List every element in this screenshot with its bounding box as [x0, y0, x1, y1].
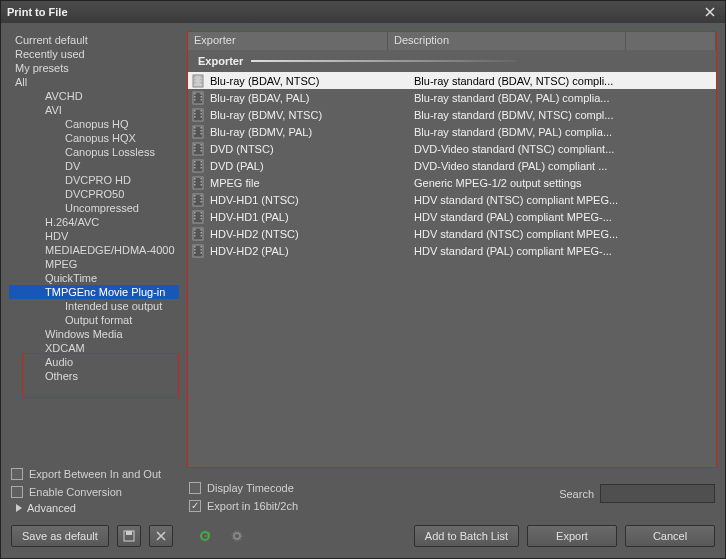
col-exporter[interactable]: Exporter — [188, 32, 388, 50]
row-name: HDV-HD1 (PAL) — [208, 211, 408, 223]
delete-icon-button[interactable] — [149, 525, 173, 547]
row-desc: DVD-Video standard (PAL) compliant ... — [408, 160, 716, 172]
exporter-row[interactable]: HDV-HD1 (PAL)HDV standard (PAL) complian… — [188, 208, 716, 225]
col-tail[interactable] — [626, 32, 716, 50]
svg-rect-25 — [201, 127, 203, 129]
save-default-button[interactable]: Save as default — [11, 525, 109, 547]
exporter-row[interactable]: Blu-ray (BDMV, NTSC)Blu-ray standard (BD… — [188, 106, 716, 123]
col-description[interactable]: Description — [388, 32, 626, 50]
tree-item[interactable]: Windows Media — [9, 327, 179, 341]
refresh-icon-button[interactable] — [193, 525, 217, 547]
tree-item[interactable]: MPEG — [9, 257, 179, 271]
tree-item[interactable]: Canopus HQ — [9, 117, 179, 131]
tree-item[interactable]: Intended use output — [9, 299, 179, 313]
svg-rect-8 — [194, 93, 196, 95]
film-icon — [188, 193, 208, 207]
tree-item[interactable]: DV — [9, 159, 179, 173]
film-icon — [188, 227, 208, 241]
tree-item-label: MEDIAEDGE/HDMA-4000 — [45, 244, 175, 256]
svg-rect-2 — [194, 79, 196, 81]
svg-rect-37 — [194, 164, 196, 166]
exporter-row[interactable]: DVD (PAL)DVD-Video standard (PAL) compli… — [188, 157, 716, 174]
row-name: DVD (PAL) — [208, 160, 408, 172]
tree-item[interactable]: HDV — [9, 229, 179, 243]
tree-item[interactable]: My presets — [9, 61, 179, 75]
exporter-row[interactable]: DVD (NTSC)DVD-Video standard (NTSC) comp… — [188, 140, 716, 157]
tree-item[interactable]: AVCHD — [9, 89, 179, 103]
tree-item[interactable]: Canopus HQX — [9, 131, 179, 145]
tree-item-label: Canopus HQ — [65, 118, 129, 130]
svg-rect-50 — [194, 195, 196, 197]
tree-item[interactable]: H.264/AVC — [9, 215, 179, 229]
exporter-row[interactable]: HDV-HD2 (NTSC)HDV standard (NTSC) compli… — [188, 225, 716, 242]
tree-item[interactable]: Audio — [9, 355, 179, 369]
svg-rect-76 — [201, 252, 203, 254]
exporter-list-panel: Exporter Description Exporter Blu-ray (B… — [187, 31, 717, 468]
chk-label: Display Timecode — [207, 482, 294, 494]
tree-item[interactable]: XDCAM — [9, 341, 179, 355]
advanced-toggle[interactable]: Advanced — [11, 498, 715, 522]
tree-item[interactable]: TMPGEnc Movie Plug-in — [9, 285, 179, 299]
close-button[interactable] — [701, 4, 719, 20]
svg-rect-11 — [201, 93, 203, 95]
exporter-row[interactable]: Blu-ray (BDMV, PAL)Blu-ray standard (BDM… — [188, 123, 716, 140]
chk-enable-conversion[interactable]: Enable Conversion — [11, 486, 181, 498]
tree-item-label: DVCPRO50 — [65, 188, 124, 200]
tree-item[interactable]: DVCPRO50 — [9, 187, 179, 201]
svg-rect-61 — [201, 215, 203, 217]
svg-rect-64 — [194, 229, 196, 231]
svg-rect-15 — [194, 110, 196, 112]
exporter-row[interactable]: MPEG fileGeneric MPEG-1/2 output setting… — [188, 174, 716, 191]
preset-tree[interactable]: Current defaultRecently usedMy presetsAl… — [9, 31, 179, 516]
row-desc: DVD-Video standard (NTSC) compliant... — [408, 143, 716, 155]
film-icon — [188, 91, 208, 105]
svg-rect-52 — [194, 201, 196, 203]
row-name: Blu-ray (BDAV, NTSC) — [208, 75, 408, 87]
tree-item[interactable]: AVI — [9, 103, 179, 117]
exporter-rows[interactable]: Blu-ray (BDAV, NTSC)Blu-ray standard (BD… — [188, 72, 716, 467]
tree-item[interactable]: MEDIAEDGE/HDMA-4000 — [9, 243, 179, 257]
tree-item-label: Windows Media — [45, 328, 123, 340]
tree-item[interactable]: Others — [9, 369, 179, 383]
tree-item[interactable]: Canopus Lossless — [9, 145, 179, 159]
svg-rect-23 — [194, 130, 196, 132]
svg-rect-41 — [201, 167, 203, 169]
svg-rect-53 — [201, 195, 203, 197]
sidebar: Current defaultRecently usedMy presetsAl… — [9, 31, 179, 516]
svg-rect-60 — [201, 212, 203, 214]
row-desc: Blu-ray standard (BDAV, PAL) complia... — [408, 92, 716, 104]
dialog-body: Current defaultRecently usedMy presetsAl… — [1, 23, 725, 520]
svg-rect-5 — [201, 79, 203, 81]
tree-item[interactable]: Current default — [9, 33, 179, 47]
add-to-batch-button[interactable]: Add to Batch List — [414, 525, 519, 547]
row-name: DVD (NTSC) — [208, 143, 408, 155]
exporter-row[interactable]: Blu-ray (BDAV, PAL)Blu-ray standard (BDA… — [188, 89, 716, 106]
tree-item-label: Others — [45, 370, 78, 382]
export-button[interactable]: Export — [527, 525, 617, 547]
tree-item[interactable]: Uncompressed — [9, 201, 179, 215]
tree-item[interactable]: QuickTime — [9, 271, 179, 285]
settings-icon-button[interactable] — [225, 525, 249, 547]
row-name: HDV-HD2 (NTSC) — [208, 228, 408, 240]
tree-item[interactable]: Recently used — [9, 47, 179, 61]
svg-rect-58 — [194, 215, 196, 217]
svg-rect-55 — [201, 201, 203, 203]
chk-export-between[interactable]: Export Between In and Out — [11, 468, 181, 480]
tree-item[interactable]: All — [9, 75, 179, 89]
chk-display-timecode[interactable]: Display Timecode — [189, 482, 298, 494]
cancel-button[interactable]: Cancel — [625, 525, 715, 547]
tree-item-label: Audio — [45, 356, 73, 368]
tree-item-label: Output format — [65, 314, 132, 326]
tree-item[interactable]: DVCPRO HD — [9, 173, 179, 187]
row-name: Blu-ray (BDMV, NTSC) — [208, 109, 408, 121]
save-icon-button[interactable] — [117, 525, 141, 547]
exporter-row[interactable]: HDV-HD2 (PAL)HDV standard (PAL) complian… — [188, 242, 716, 259]
close-icon — [705, 7, 715, 17]
svg-rect-26 — [201, 130, 203, 132]
svg-rect-12 — [201, 96, 203, 98]
exporter-row[interactable]: HDV-HD1 (NTSC)HDV standard (NTSC) compli… — [188, 191, 716, 208]
row-name: Blu-ray (BDAV, PAL) — [208, 92, 408, 104]
exporter-row[interactable]: Blu-ray (BDAV, NTSC)Blu-ray standard (BD… — [188, 72, 716, 89]
tree-item[interactable]: Output format — [9, 313, 179, 327]
film-icon — [188, 210, 208, 224]
